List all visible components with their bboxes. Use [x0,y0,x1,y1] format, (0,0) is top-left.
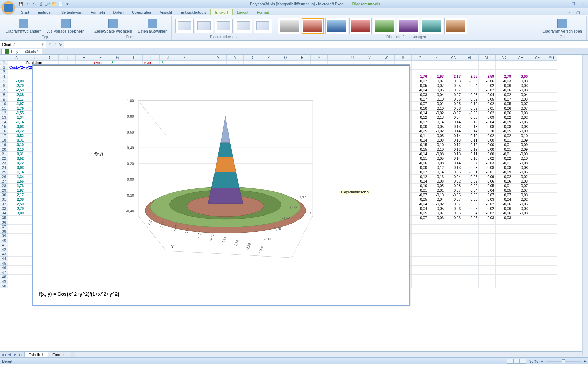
cell[interactable]: 1,34 [8,175,25,179]
col-header-C[interactable]: C [42,55,59,61]
cell[interactable]: -0,02 [479,88,496,93]
cell[interactable]: 2,59 [8,202,25,206]
doc-minimize-icon[interactable]: _ [572,11,574,15]
cell[interactable] [529,106,546,111]
qat-undo-icon[interactable]: ↶ [25,1,30,7]
cell[interactable] [479,61,496,65]
cell[interactable]: -0,06 [479,179,496,184]
row-header[interactable]: 13 [0,115,8,120]
col-header-N[interactable]: N [227,55,244,61]
cell[interactable]: -1,97 [8,102,25,106]
cell[interactable] [546,134,557,138]
cell[interactable]: 0,10 [8,147,25,152]
select-all-corner[interactable] [0,55,8,61]
cell[interactable]: 0,02 [479,111,496,115]
cell[interactable] [546,83,557,88]
row-header[interactable]: 35 [0,216,8,220]
row-header[interactable]: 21 [0,152,8,156]
cell[interactable] [546,115,557,120]
chart-layout-4[interactable] [234,19,252,33]
cell[interactable] [496,266,512,270]
cell[interactable] [76,61,92,65]
cell[interactable] [529,65,546,70]
cell[interactable] [546,188,557,193]
cell[interactable]: 0,00 [479,152,496,156]
row-header[interactable]: 50 [0,284,8,288]
cell[interactable]: 0,52 [8,156,25,161]
cell[interactable] [8,252,25,257]
cell[interactable] [546,102,557,106]
cell[interactable] [529,225,546,229]
cell[interactable]: 0,13 [445,152,462,156]
cell[interactable]: 0,00 [412,165,428,170]
embedded-chart[interactable]: 1,00 0,80 0,60 0,40 0,20 0,00 -0,20 -0,4… [33,65,409,305]
cell[interactable]: 3,00 [8,211,25,216]
cell[interactable] [428,266,445,270]
cell[interactable] [462,261,479,266]
col-header-J[interactable]: J [160,55,176,61]
cell[interactable] [428,252,445,257]
row-header[interactable]: 6 [0,83,8,88]
chart-layout-1[interactable] [175,19,194,33]
cell[interactable]: -0,06 [496,106,512,111]
cell[interactable] [512,216,529,220]
cell[interactable] [412,275,428,279]
cell[interactable]: 0,04 [445,175,462,179]
cell[interactable] [412,61,428,65]
col-header-Q[interactable]: Q [277,55,294,61]
cell[interactable] [529,247,546,252]
cell[interactable] [445,238,462,243]
zoom-slider[interactable] [546,361,581,362]
cell[interactable]: -0,02 [428,111,445,115]
cell[interactable]: 0,10 [412,106,428,111]
cell[interactable]: -0,02 [512,197,529,202]
cell[interactable] [512,266,529,270]
col-header-Y[interactable]: Y [412,55,428,61]
cell[interactable] [529,211,546,216]
cell[interactable] [462,275,479,279]
cell[interactable]: 0,05 [462,193,479,197]
cell[interactable]: -0,02 [479,83,496,88]
cell[interactable] [496,229,512,234]
cell[interactable] [479,266,496,270]
cell[interactable]: -0,08 [496,124,512,129]
cell[interactable] [546,120,557,124]
cell[interactable]: 0,14 [428,120,445,124]
cell[interactable]: -0,03 [512,211,529,216]
cell[interactable]: 0,07 [479,193,496,197]
cell[interactable] [546,65,557,70]
cell[interactable]: -0,02 [445,179,462,184]
cell[interactable]: 0,13 [462,120,479,124]
cell[interactable]: Funktion: [25,61,42,65]
cell[interactable] [462,225,479,229]
cell[interactable] [462,229,479,234]
cell[interactable]: 0,00 [412,124,428,129]
cell[interactable]: 0,12 [428,165,445,170]
cell[interactable]: -0,04 [479,120,496,124]
cell[interactable]: -0,08 [512,165,529,170]
cell[interactable] [546,184,557,188]
cell[interactable]: -1,55 [8,111,25,115]
cell[interactable] [546,165,557,170]
cell[interactable]: -0,04 [412,206,428,211]
cell[interactable] [512,225,529,229]
sheet-tab-formeln[interactable]: Formeln [48,352,71,357]
cell[interactable]: -0,06 [412,161,428,165]
cell[interactable] [8,243,25,247]
minimize-button[interactable]: _ [560,1,568,7]
cell[interactable] [428,284,445,288]
row-header[interactable]: 8 [0,93,8,97]
cell[interactable]: 0,13 [428,115,445,120]
cell[interactable]: 0,07 [445,93,462,97]
cell[interactable] [428,257,445,261]
cell[interactable]: -2,17 [8,97,25,102]
row-header[interactable]: 38 [0,229,8,234]
cell[interactable]: 0,14 [445,156,462,161]
row-header[interactable]: 45 [0,261,8,266]
cell[interactable] [412,234,428,238]
cell[interactable]: -0,72 [8,129,25,134]
tab-ansicht[interactable]: Ansicht [155,9,176,15]
cell[interactable] [546,88,557,93]
cell[interactable] [445,279,462,284]
cell[interactable] [546,156,557,161]
